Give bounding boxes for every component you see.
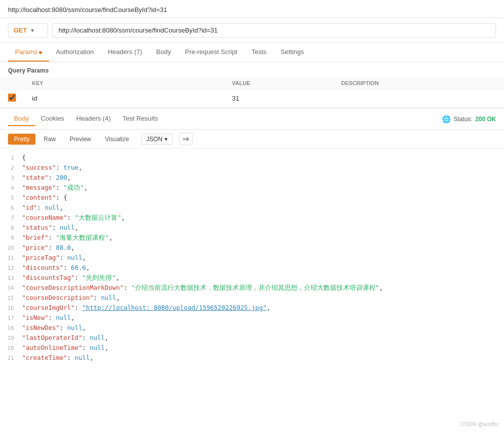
response-tab-body[interactable]: Body	[8, 112, 35, 126]
line-number: 3	[2, 174, 22, 183]
json-line: 11 "priceTag": null,	[0, 253, 504, 263]
json-viewer: 1{2 "success": true,3 "state": 200,4 "me…	[0, 149, 504, 367]
json-line: 6 "id": null,	[0, 203, 504, 213]
tab-headers[interactable]: Headers (7)	[101, 43, 150, 62]
json-format-label: JSON	[146, 136, 162, 143]
line-content: "brief": "海量大数据课程",	[22, 233, 112, 243]
line-number: 20	[2, 344, 22, 353]
line-number: 6	[2, 204, 22, 213]
line-number: 4	[2, 184, 22, 193]
line-number: 21	[2, 354, 22, 363]
line-content: "courseDescription": null,	[22, 293, 120, 303]
json-line: 16 "courseImgUrl": "http://localhost: 80…	[0, 303, 504, 313]
line-number: 2	[2, 164, 22, 173]
json-line: 18 "isNewDes": null,	[0, 323, 504, 333]
json-line: 20 "autoOnlineTime": null,	[0, 343, 504, 353]
col-key: KEY	[24, 77, 224, 90]
response-tab-testresults[interactable]: Test Results	[116, 112, 164, 126]
json-line: 19 "lastOperatorId": null,	[0, 333, 504, 343]
wrap-button[interactable]: ⇒	[179, 133, 192, 145]
row-checkbox-cell	[0, 90, 24, 108]
json-line: 7 "courseName": "大数据云计算",	[0, 213, 504, 223]
row-description[interactable]	[333, 90, 504, 108]
line-content: "status": null,	[22, 223, 78, 233]
params-table: KEY VALUE DESCRIPTION id 31	[0, 77, 504, 108]
json-line: 9 "brief": "海量大数据课程",	[0, 233, 504, 243]
line-content: "content": {	[22, 193, 67, 203]
line-number: 10	[2, 244, 22, 253]
table-row: id 31	[0, 90, 504, 108]
format-bar: Pretty Raw Preview Visualize JSON ▾ ⇒	[0, 130, 504, 149]
line-content: "message": "成功",	[22, 183, 88, 193]
format-btn-raw[interactable]: Raw	[38, 134, 62, 145]
json-line: 1{	[0, 153, 504, 163]
json-line: 5 "content": {	[0, 193, 504, 203]
json-chevron: ▾	[164, 136, 168, 143]
tab-tests[interactable]: Tests	[244, 43, 274, 62]
line-content: {	[22, 153, 26, 163]
response-tab-cookies[interactable]: Cookies	[35, 112, 70, 126]
format-btn-visualize[interactable]: Visualize	[99, 134, 135, 145]
format-btn-preview[interactable]: Preview	[64, 134, 97, 145]
line-number: 13	[2, 274, 22, 283]
json-line: 13 "discountsTag": "先到先得",	[0, 273, 504, 283]
line-number: 7	[2, 214, 22, 223]
response-tabs-row: Body Cookies Headers (4) Test Results 🌐 …	[0, 108, 504, 130]
tab-body[interactable]: Body	[149, 43, 178, 62]
col-value: VALUE	[224, 77, 333, 90]
col-description: DESCRIPTION	[333, 77, 504, 90]
json-line: 15 "courseDescription": null,	[0, 293, 504, 303]
line-number: 8	[2, 224, 22, 233]
tab-settings[interactable]: Settings	[274, 43, 311, 62]
json-line: 3 "state": 200,	[0, 173, 504, 183]
status-text: Status:	[454, 116, 472, 123]
status-badge: 🌐 Status: 200 OK	[442, 115, 496, 123]
query-params-label: Query Params	[0, 62, 504, 77]
url-input[interactable]	[52, 23, 496, 38]
col-checkbox	[0, 77, 24, 90]
json-line: 4 "message": "成功",	[0, 183, 504, 193]
status-code: 200 OK	[476, 116, 496, 123]
method-select[interactable]: GET ▾	[8, 23, 48, 38]
json-line: 14 "courseDescriptionMarkDown": "介绍当前流行大…	[0, 283, 504, 293]
json-line: 17 "isNew": null,	[0, 313, 504, 323]
line-content: "id": null,	[22, 203, 64, 213]
line-content: "price": 88.0,	[22, 243, 74, 253]
format-btn-pretty[interactable]: Pretty	[8, 134, 36, 145]
tab-authorization[interactable]: Authorization	[49, 43, 101, 62]
line-content: "courseName": "大数据云计算",	[22, 213, 125, 223]
line-number: 1	[2, 154, 22, 163]
top-url-bar: http://localhost:8080/ssm/course/findCou…	[0, 0, 504, 18]
line-number: 19	[2, 334, 22, 343]
top-url-text: http://localhost:8080/ssm/course/findCou…	[8, 6, 167, 14]
line-number: 18	[2, 324, 22, 333]
line-number: 12	[2, 264, 22, 273]
line-content: "state": 200,	[22, 173, 71, 183]
params-dot	[39, 51, 42, 54]
json-line: 12 "discounts": 66.6,	[0, 263, 504, 273]
row-checkbox[interactable]	[8, 94, 16, 102]
json-line: 8 "status": null,	[0, 223, 504, 233]
line-content: "isNewDes": null,	[22, 323, 86, 333]
tab-params[interactable]: Params	[8, 43, 49, 62]
json-line: 2 "success": true,	[0, 163, 504, 173]
line-number: 5	[2, 194, 22, 203]
line-content: "discounts": 66.6,	[22, 263, 90, 273]
line-number: 15	[2, 294, 22, 303]
line-number: 11	[2, 254, 22, 263]
line-content: "courseImgUrl": "http://localhost: 8080/…	[22, 303, 270, 313]
line-number: 14	[2, 284, 22, 293]
format-json-select[interactable]: JSON ▾	[141, 134, 173, 145]
line-content: "courseDescriptionMarkDown": "介绍当前流行大数据技…	[22, 283, 383, 293]
line-number: 16	[2, 304, 22, 313]
line-content: "isNew": null,	[22, 313, 74, 323]
row-key[interactable]: id	[24, 90, 224, 108]
method-chevron: ▾	[31, 28, 34, 33]
request-bar: GET ▾	[0, 18, 504, 43]
line-content: "lastOperatorId": null,	[22, 333, 108, 343]
line-number: 9	[2, 234, 22, 243]
line-content: "createTime": null,	[22, 353, 94, 363]
response-tab-headers[interactable]: Headers (4)	[70, 112, 117, 126]
tab-prerequest[interactable]: Pre-request Script	[178, 43, 244, 62]
row-value[interactable]: 31	[224, 90, 333, 108]
